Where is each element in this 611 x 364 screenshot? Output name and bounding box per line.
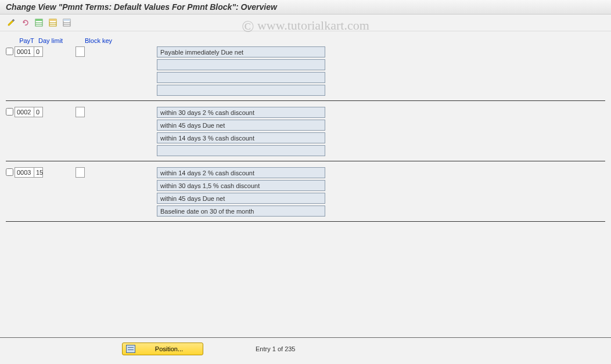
description-field [157, 85, 325, 96]
block-key-field[interactable] [76, 46, 85, 57]
day-limit-field[interactable]: 15 [34, 167, 43, 178]
position-label: Position... [139, 345, 199, 352]
select-all-button[interactable] [33, 17, 45, 28]
select-block-button[interactable] [46, 17, 59, 28]
description-field: within 45 days Due net [157, 193, 325, 204]
description-field: Payable immediately Due net [157, 46, 325, 57]
description-field [157, 59, 325, 70]
description-field: within 14 days 2 % cash discount [157, 167, 325, 178]
table-row: 0002 0 within 30 days 2 % cash discount … [6, 107, 605, 161]
payt-field[interactable]: 0001 [15, 46, 34, 57]
day-limit-field[interactable]: 0 [34, 46, 43, 57]
header-day-limit: Day limit [37, 37, 67, 44]
pencil-icon [7, 19, 15, 27]
deselect-button[interactable] [60, 17, 73, 28]
content-area: PayT Day limit Block key 0001 0 Payable … [0, 31, 611, 339]
position-icon [126, 345, 135, 353]
footer: Position... Entry 1 of 235 [0, 337, 611, 355]
day-limit-field[interactable]: 0 [34, 107, 43, 117]
table-row: 0001 0 Payable immediately Due net [6, 46, 605, 101]
column-headers: PayT Day limit Block key [6, 37, 605, 46]
svg-rect-9 [63, 19, 70, 21]
payt-field[interactable]: 0002 [15, 107, 34, 117]
position-button[interactable]: Position... [122, 343, 203, 355]
change-button[interactable] [5, 17, 17, 28]
undo-button[interactable] [19, 17, 31, 28]
svg-rect-5 [49, 19, 56, 21]
entry-counter: Entry 1 of 235 [256, 345, 296, 352]
svg-rect-1 [35, 19, 42, 21]
window-title: Change View "Pmnt Terms: Default Values … [0, 0, 611, 15]
header-payt: PayT [16, 37, 37, 44]
row-select-checkbox[interactable] [6, 108, 13, 116]
toolbar [0, 15, 611, 31]
block-key-field[interactable] [76, 167, 85, 178]
header-block-key: Block key [67, 37, 108, 44]
block-key-field[interactable] [76, 107, 85, 117]
description-field: within 30 days 1,5 % cash discount [157, 180, 325, 191]
description-field: within 30 days 2 % cash discount [157, 107, 325, 118]
undo-icon [21, 19, 29, 27]
description-field [157, 72, 325, 83]
description-field: within 14 days 3 % cash discount [157, 132, 325, 143]
description-field [157, 145, 325, 156]
row-select-checkbox[interactable] [6, 168, 13, 176]
row-select-checkbox[interactable] [6, 48, 13, 55]
table-gold-icon [49, 19, 57, 27]
table-row: 0003 15 within 14 days 2 % cash discount… [6, 167, 605, 222]
description-field: within 45 days Due net [157, 120, 325, 131]
description-field: Baseline date on 30 of the month [157, 206, 325, 217]
payt-field[interactable]: 0003 [15, 167, 34, 178]
table-plain-icon [63, 19, 71, 27]
table-green-icon [35, 19, 43, 27]
